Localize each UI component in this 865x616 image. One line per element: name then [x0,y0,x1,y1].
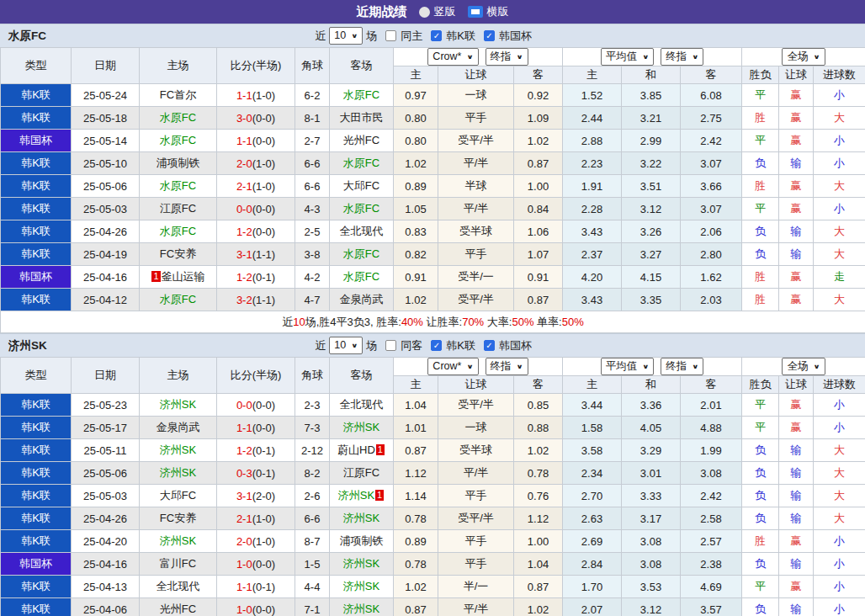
match-type-badge: 韩K联 [1,576,72,598]
away-team-name: 济州SK [343,421,379,433]
korea-cup-checkbox[interactable]: ✓ [484,30,495,41]
k-league-checkbox[interactable]: ✓ [431,30,442,41]
result-handicap: 输 [779,243,814,266]
avg-draw: 3.08 [622,530,681,553]
corner-cell: 8-7 [295,530,330,553]
corner-cell: 2-7 [295,130,330,152]
fulltime-score: 3-1 [236,248,252,261]
col-header-result-handicap: 让球 [779,66,814,84]
col-header-away: 客场 [330,48,394,84]
chevron-down-icon: ∨ [517,51,523,62]
final-odds-select[interactable]: 终指 ∨ [486,358,528,375]
corner-cell: 2-5 [295,220,330,243]
home-team-cell: 富川FC [140,553,217,576]
filter-controls: 近 10 ∨ 场 同主 ✓ 韩K联 ✓ 韩国杯 [315,27,532,45]
result-goals: 小 [814,553,865,576]
home-team-name: 济州SK [160,398,196,411]
recent-count-select[interactable]: 10 ∨ [329,27,363,45]
result-wdl: 平 [742,130,779,152]
match-row: 韩国杯 25-04-16 富川FC 1-0(0-0) 1-5 济州SK 0.78… [1,553,865,576]
result-goals: 大 [814,220,865,243]
match-row: 韩K联 25-05-06 济州SK 0-3(0-1) 8-2 江原FC 1.12… [1,462,865,485]
fulltime-score: 3-0 [236,112,252,125]
k-league-label: 韩K联 [446,338,475,353]
avg-home: 2.28 [563,198,622,220]
away-team-name: 浦项制铁 [340,534,384,547]
match-row: 韩K联 25-05-17 金泉尚武 1-1(0-0) 7-3 济州SK 1.01… [1,417,865,439]
match-type-badge: 韩K联 [1,289,72,311]
match-type-badge: 韩K联 [1,417,72,439]
fullmatch-select[interactable]: 全场 ∨ [782,358,825,375]
avg-away: 2.75 [681,107,742,130]
match-row: 韩K联 25-04-20 济州SK 2-0(1-0) 8-7 浦项制铁 0.89… [1,530,865,553]
halftime-score: (1-0) [252,89,275,102]
avg-away: 2.38 [681,553,742,576]
same-venue-checkbox[interactable] [385,30,396,41]
home-team-cell: 江原FC [140,198,217,220]
odds-provider-select[interactable]: Crow* ∨ [427,358,478,375]
away-team-cell: 全北现代 [330,220,394,243]
score-cell: 3-0(0-0) [217,107,295,130]
col-header-odds-home: 主 [394,376,438,394]
match-type-badge: 韩K联 [1,439,72,462]
chevron-down-icon: ∨ [692,51,698,62]
avg-away: 3.07 [681,152,742,175]
home-team-name: 水原FC [160,111,196,124]
away-team-cell: 大田市民 [330,107,394,130]
away-team-cell: 水原FC [330,84,394,107]
away-team-name: 水原FC [343,247,379,260]
away-team-cell: 济州SK [330,417,394,439]
halftime-score: (0-1) [252,581,275,593]
col-header-score: 比分(半场) [217,48,295,84]
score-cell: 2-1(1-0) [217,507,295,530]
odds-away: 0.78 [514,462,563,485]
avg-away: 4.88 [681,417,742,439]
radio-unselected-icon[interactable] [419,7,430,18]
final-odds-select[interactable]: 终指 ∨ [486,48,528,66]
halftime-score: (0-0) [252,112,275,125]
odds-home: 1.05 [394,198,438,220]
avg-away: 3.57 [681,598,742,616]
fullmatch-select-group: 全场 ∨ [742,48,865,66]
result-wdl: 胜 [742,266,779,289]
result-goals: 走 [814,266,865,289]
korea-cup-checkbox[interactable]: ✓ [484,340,495,351]
same-venue-checkbox[interactable] [385,340,396,351]
odds-home: 0.83 [394,220,438,243]
average-odds-select[interactable]: 平均值 ∨ [601,358,655,375]
score-cell: 3-1(2-0) [217,485,295,507]
result-handicap: 赢 [779,130,814,152]
avg-home: 2.88 [563,130,622,152]
fullmatch-select-group: 全场 ∨ [742,358,865,376]
k-league-checkbox[interactable]: ✓ [431,340,442,351]
result-handicap: 输 [779,598,814,616]
halftime-score: (0-1) [252,271,275,284]
away-team-name: 大田市民 [340,111,384,124]
final-average-select[interactable]: 终指 ∨ [661,48,703,66]
match-date: 25-04-26 [72,220,140,243]
halftime-score: (0-1) [252,444,275,457]
odds-provider-select[interactable]: Crow* ∨ [427,48,478,66]
col-header-away: 客场 [330,358,394,394]
odds-home: 0.78 [394,507,438,530]
chevron-down-icon: ∨ [642,361,649,372]
halftime-score: (1-0) [252,535,275,548]
match-row: 韩K联 25-04-26 FC安养 2-1(1-0) 6-6 济州SK 0.78… [1,507,865,530]
score-cell: 1-0(0-0) [217,598,295,616]
col-header-date: 日期 [72,48,140,84]
radio-vertical-layout[interactable]: 竖版 [419,4,456,19]
results-table: 类型 日期 主场 比分(半场) 角球 客场 Crow* ∨ 终指 [0,47,865,333]
odds-away: 1.12 [514,507,563,530]
radio-selected-icon[interactable] [468,6,483,18]
match-date: 25-05-11 [72,439,140,462]
recent-count-select[interactable]: 10 ∨ [329,337,363,354]
average-odds-select[interactable]: 平均值 ∨ [601,48,655,66]
fulltime-score: 3-1 [236,490,252,502]
handicap-line: 受平/半 [438,394,514,417]
radio-horizontal-layout[interactable]: 横版 [468,4,509,19]
home-team-name: 济州SK [160,443,196,456]
final-average-select[interactable]: 终指 ∨ [661,358,703,375]
result-handicap: 赢 [779,175,814,198]
fullmatch-select[interactable]: 全场 ∨ [782,48,825,66]
away-team-cell: 金泉尚武 [330,289,394,311]
